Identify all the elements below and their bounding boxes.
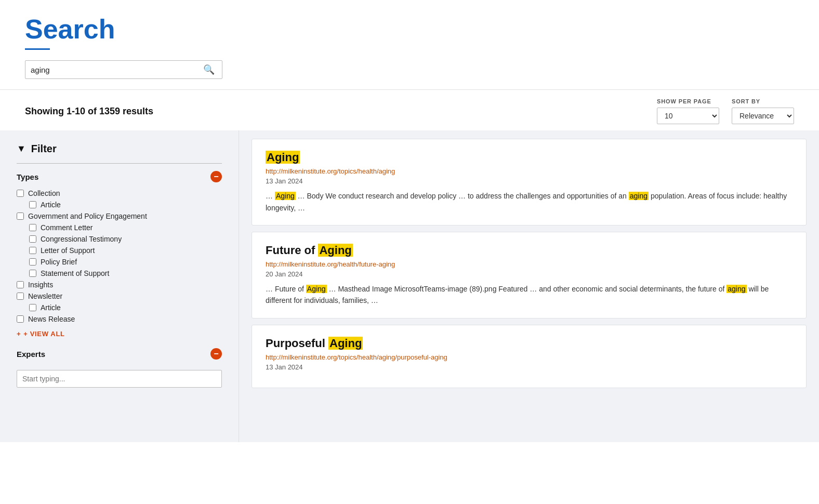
filter-label-policy-brief: Policy Brief [41,258,77,266]
filter-header: ▼ Filter [17,143,222,155]
result-url-1[interactable]: http://milkeninstitute.org/topics/health… [266,167,792,175]
result-snippet-2: … Future of Aging … Masthead Image Micro… [266,283,792,307]
results-list: Aging http://milkeninstitute.org/topics/… [239,130,819,442]
filter-label-comment-letter: Comment Letter [41,223,93,232]
results-count: Showing 1-10 of 1359 results [25,106,153,117]
show-per-page-label: SHOW PER PAGE [657,98,719,104]
search-input[interactable] [31,65,201,74]
filter-label-congressional-testimony: Congressional Testimony [41,235,122,243]
filter-types-list: Collection Article Government and Policy… [17,188,222,325]
result-url-2[interactable]: http://milkeninstitute.org/health/future… [266,260,792,268]
filter-label-article1: Article [41,201,61,209]
plus-icon: + [17,330,21,338]
filter-item-letter-of-support[interactable]: Letter of Support [17,245,222,256]
experts-input[interactable] [17,370,222,388]
result-date-3: 13 Jan 2024 [266,363,792,371]
result-title-highlight-3: Aging [328,337,363,350]
result-title-highlight-2: Aging [318,244,352,257]
results-controls: SHOW PER PAGE 10 25 50 SORT BY Relevance… [657,98,794,124]
main-layout: ▼ Filter Types − Collection Article [0,130,819,442]
sort-by-group: SORT BY Relevance Date [732,98,794,124]
result-url-3[interactable]: http://milkeninstitute.org/topics/health… [266,353,792,361]
filter-item-policy-brief[interactable]: Policy Brief [17,256,222,268]
filter-item-article2[interactable]: Article [17,302,222,313]
types-section-header: Types − [17,171,222,182]
filter-item-newsletter[interactable]: Newsletter [17,290,222,302]
filter-title: Filter [31,143,57,155]
result-date-1: 13 Jan 2024 [266,177,792,185]
filter-item-article1[interactable]: Article [17,199,222,210]
types-section: Types − Collection Article Government an… [17,171,222,338]
experts-section-header: Experts − [17,348,222,360]
show-per-page-select[interactable]: 10 25 50 [657,108,719,124]
experts-collapse-button[interactable]: − [210,348,222,360]
sidebar: ▼ Filter Types − Collection Article [0,130,239,442]
filter-label-statement-of-support: Statement of Support [41,269,109,277]
types-collapse-button[interactable]: − [210,171,222,182]
filter-item-comment-letter[interactable]: Comment Letter [17,222,222,233]
filter-label-article2: Article [41,303,61,312]
filter-item-insights[interactable]: Insights [17,279,222,290]
page-header: Search 🔍 [0,0,819,90]
filter-label-collection: Collection [28,189,60,197]
result-card-3: Purposeful Aging http://milkeninstitute.… [252,325,807,388]
show-per-page-group: SHOW PER PAGE 10 25 50 [657,98,719,124]
result-title-2: Future of Aging [266,244,792,257]
filter-label-letter-of-support: Letter of Support [41,246,95,255]
sort-by-label: SORT BY [732,98,794,104]
result-date-2: 20 Jan 2024 [266,270,792,278]
result-title-1: Aging [266,151,792,164]
search-bar: 🔍 [25,60,222,79]
experts-section: Experts − [17,348,222,388]
filter-label-news-release: News Release [28,315,75,323]
search-button[interactable]: 🔍 [201,64,217,75]
filter-divider [17,163,222,164]
filter-item-gov-policy[interactable]: Government and Policy Engagement [17,210,222,222]
page-title: Search [25,15,794,44]
filter-item-statement-of-support[interactable]: Statement of Support [17,268,222,279]
experts-label: Experts [17,350,45,359]
filter-label-insights: Insights [28,281,53,289]
filter-item-collection[interactable]: Collection [17,188,222,199]
sort-by-select[interactable]: Relevance Date [732,108,794,124]
title-underline [25,48,50,50]
view-all-label: + VIEW ALL [23,330,64,338]
result-title-highlight-1: Aging [266,151,300,164]
filter-item-news-release[interactable]: News Release [17,313,222,325]
results-bar: Showing 1-10 of 1359 results SHOW PER PA… [0,90,819,130]
filter-icon: ▼ [17,143,26,154]
filter-label-newsletter: Newsletter [28,292,62,300]
result-snippet-1: … Aging … Body We conduct research and d… [266,190,792,214]
result-card-2: Future of Aging http://milkeninstitute.o… [252,232,807,319]
filter-item-congressional-testimony[interactable]: Congressional Testimony [17,233,222,245]
types-label: Types [17,173,38,181]
view-all-button[interactable]: + + VIEW ALL [17,330,65,338]
result-title-3: Purposeful Aging [266,337,792,350]
result-card-1: Aging http://milkeninstitute.org/topics/… [252,139,807,226]
filter-label-gov-policy: Government and Policy Engagement [28,212,147,220]
